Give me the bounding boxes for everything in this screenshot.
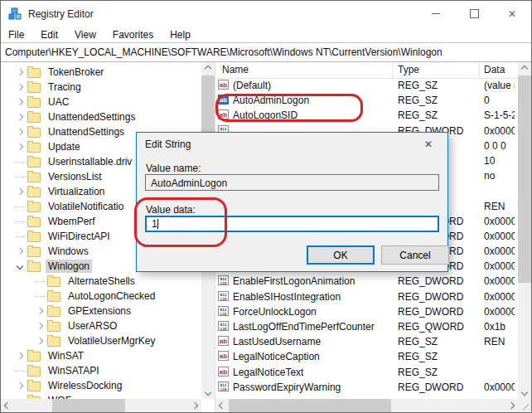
- tree-hscroll-thumb[interactable]: [52, 399, 125, 412]
- scroll-down-icon[interactable]: [201, 386, 215, 399]
- collapse-chevron-icon[interactable]: [12, 264, 27, 269]
- tree-item-label: VolatileUserMgrKey: [65, 334, 157, 347]
- tree-item-autologonchecked[interactable]: AutoLogonChecked: [1, 289, 201, 304]
- expand-chevron-icon[interactable]: [32, 338, 47, 343]
- expand-chevron-icon[interactable]: [12, 114, 27, 119]
- dword-value-icon: [218, 321, 229, 331]
- menu-file[interactable]: File: [3, 28, 29, 41]
- maximize-button[interactable]: [455, 1, 493, 27]
- menu-view[interactable]: View: [70, 28, 101, 41]
- menu-help[interactable]: Help: [165, 28, 196, 41]
- string-value-icon: [218, 95, 229, 104]
- column-header-name[interactable]: Name: [222, 64, 249, 75]
- scroll-up-icon[interactable]: [518, 62, 531, 75]
- folder-icon: [27, 247, 41, 257]
- registry-value-row-enablefirstlogonanimation[interactable]: EnableFirstLogonAnimationREG_DWORD0x0000…: [215, 274, 518, 289]
- tree-item-label: WirelessDocking: [46, 379, 124, 392]
- tree-item-tokenbroker[interactable]: TokenBroker: [1, 65, 201, 80]
- scroll-left-icon[interactable]: [1, 399, 14, 412]
- value-data: 0x0000000: [484, 291, 515, 303]
- close-button[interactable]: ✕: [493, 1, 531, 27]
- expand-chevron-icon[interactable]: [12, 70, 27, 75]
- registry-value-row-default[interactable]: (Default)REG_SZ(value not set): [215, 78, 518, 93]
- tree-item-alternateshells[interactable]: AlternateShells: [1, 274, 201, 289]
- folder-icon: [27, 68, 41, 78]
- value-data: 10: [484, 155, 515, 167]
- value-name-field[interactable]: AutoAdminLogon: [145, 174, 439, 191]
- value-data: 0: [484, 95, 515, 106]
- tree-item-label: GPExtensions: [65, 304, 133, 318]
- registry-value-row-lastusedusername[interactable]: LastUsedUsernameREG_SZREN: [215, 334, 518, 349]
- column-header-type[interactable]: Type: [398, 64, 419, 75]
- list-vertical-scrollbar[interactable]: [518, 62, 531, 399]
- value-type: REG_DWORD: [398, 306, 463, 318]
- registry-value-row-legalnoticecaption[interactable]: LegalNoticeCaptionREG_SZ: [215, 349, 518, 364]
- value-data: REN: [484, 336, 515, 347]
- expand-chevron-icon[interactable]: [12, 144, 27, 149]
- expand-chevron-icon[interactable]: [12, 100, 27, 104]
- expand-chevron-icon[interactable]: [12, 85, 27, 90]
- scroll-left-icon[interactable]: [215, 399, 229, 412]
- menu-bar: File Edit View Favorites Help: [1, 27, 531, 42]
- expand-chevron-icon[interactable]: [12, 129, 27, 134]
- registry-value-row-lastlogoffendtimeperfcounter[interactable]: LastLogOffEndTimePerfCounterREG_QWORD0x1…: [215, 319, 518, 334]
- value-data: 0x0000000: [484, 216, 515, 227]
- tree-item-volatileusermgrkey[interactable]: VolatileUserMgrKey: [1, 333, 201, 348]
- registry-value-row-legalnoticetext[interactable]: LegalNoticeTextREG_SZ: [215, 365, 518, 380]
- column-divider[interactable]: [479, 62, 480, 78]
- value-name: LastLogOffEndTimePerfCounter: [233, 321, 375, 333]
- scroll-down-icon[interactable]: [518, 386, 531, 399]
- list-horizontal-scrollbar[interactable]: [215, 399, 518, 412]
- expand-chevron-icon[interactable]: [32, 309, 47, 313]
- registry-value-row-autoadminlogon[interactable]: AutoAdminLogonREG_SZ0: [215, 93, 518, 108]
- dialog-close-button[interactable]: ✕: [410, 134, 447, 155]
- cancel-button[interactable]: Cancel: [381, 245, 449, 265]
- scroll-up-icon[interactable]: [201, 62, 215, 75]
- expand-chevron-icon[interactable]: [32, 323, 47, 328]
- tree-item-winsat[interactable]: WinSAT: [1, 348, 201, 363]
- minimize-button[interactable]: [417, 1, 455, 27]
- tree-item-wof[interactable]: WOF: [1, 393, 201, 399]
- menu-edit[interactable]: Edit: [36, 28, 63, 41]
- value-name: PasswordExpiryWarning: [233, 381, 341, 393]
- dialog-title: Edit String: [145, 138, 191, 150]
- registry-value-row-passwordexpirywarning[interactable]: PasswordExpiryWarningREG_DWORD0x0000000: [215, 380, 518, 395]
- menu-favorites[interactable]: Favorites: [108, 28, 158, 41]
- folder-icon: [27, 217, 41, 227]
- value-data-input[interactable]: 1: [145, 216, 439, 232]
- tree-item-gpextensions[interactable]: GPExtensions: [1, 304, 201, 318]
- expand-chevron-icon[interactable]: [12, 249, 27, 254]
- value-data: (value not set): [484, 80, 515, 91]
- tree-item-tracing[interactable]: Tracing: [1, 80, 201, 95]
- string-value-icon: [218, 80, 229, 90]
- address-bar[interactable]: Computer\HKEY_LOCAL_MACHINE\SOFTWARE\Mic…: [1, 42, 531, 62]
- tree-item-wirelessdocking[interactable]: WirelessDocking: [1, 378, 201, 393]
- ok-button[interactable]: OK: [307, 245, 375, 265]
- list-vscroll-thumb[interactable]: [518, 75, 531, 283]
- registry-value-row-enablesihostintegration[interactable]: EnableSIHostIntegrationREG_DWORD0x000000…: [215, 289, 518, 304]
- tree-item-unattendedsettings[interactable]: UnattendedSettings: [1, 109, 201, 124]
- resize-grip[interactable]: [518, 399, 531, 412]
- expand-chevron-icon[interactable]: [12, 189, 27, 194]
- value-data: S-1-5-21: [484, 109, 515, 121]
- tree-horizontal-scrollbar[interactable]: [1, 399, 201, 412]
- tree-item-uac[interactable]: UAC: [1, 95, 201, 109]
- expand-chevron-icon[interactable]: [12, 383, 27, 388]
- registry-value-row-autologonsid[interactable]: AutoLogonSIDREG_SZS-1-5-21: [215, 108, 518, 123]
- registry-value-row-forceunlocklogon[interactable]: ForceUnlockLogonREG_DWORD0x0000000: [215, 304, 518, 319]
- folder-icon: [47, 322, 60, 332]
- registry-path: Computer\HKEY_LOCAL_MACHINE\SOFTWARE\Mic…: [5, 46, 443, 58]
- folder-icon: [27, 202, 41, 212]
- folder-icon: [47, 337, 60, 347]
- column-divider[interactable]: [392, 62, 393, 78]
- tree-item-winsatapi[interactable]: WinSATAPI: [1, 363, 201, 378]
- scroll-right-icon[interactable]: [188, 399, 201, 412]
- value-name: ForceUnlockLogon: [233, 306, 317, 318]
- tree-item-userarso[interactable]: UserARSO: [1, 318, 201, 333]
- value-data: 0 0 0: [484, 140, 515, 152]
- scroll-right-icon[interactable]: [505, 399, 518, 412]
- expand-chevron-icon[interactable]: [12, 353, 27, 358]
- list-hscroll-thumb[interactable]: [229, 399, 391, 412]
- value-name-text: AutoAdminLogon: [151, 177, 227, 189]
- column-header-data[interactable]: Data: [484, 64, 505, 75]
